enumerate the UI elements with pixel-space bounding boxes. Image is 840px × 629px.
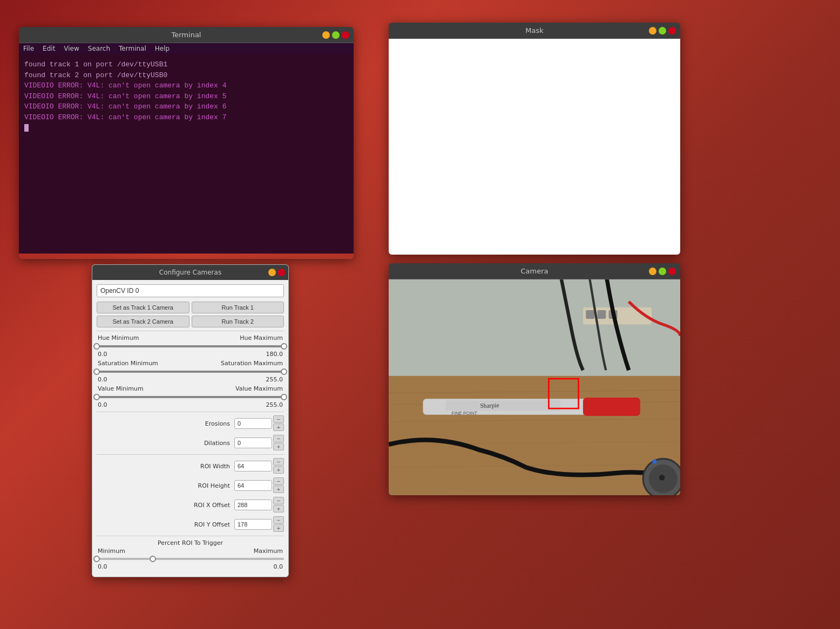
percent-roi-max-value: 0.0 <box>274 563 283 570</box>
terminal-line-1: found track 2 on port /dev/ttyUSB0 <box>24 70 348 81</box>
run-track2-button[interactable]: Run Track 2 <box>192 316 284 327</box>
menu-terminal[interactable]: Terminal <box>119 45 146 52</box>
percent-roi-slider-container[interactable] <box>97 555 284 563</box>
dilations-input[interactable] <box>234 437 272 448</box>
set-track2-camera-button[interactable]: Set as Track 2 Camera <box>97 316 189 327</box>
value-slider-right-thumb[interactable] <box>281 394 287 400</box>
divider-3 <box>97 454 284 455</box>
roi-width-plus-button[interactable]: + <box>273 466 284 474</box>
value-max-value: 255.0 <box>266 401 283 408</box>
hue-slider-right-thumb[interactable] <box>281 343 287 350</box>
value-slider-track <box>97 396 284 398</box>
terminal-line-4: VIDEOIO ERROR: V4L: can't open camera by… <box>24 101 348 112</box>
erosions-input[interactable] <box>234 418 272 429</box>
percent-roi-values: 0.0 0.0 <box>97 563 284 570</box>
menu-help[interactable]: Help <box>155 45 170 52</box>
svg-rect-13 <box>446 400 560 411</box>
percent-roi-slider-right-thumb[interactable] <box>150 556 156 562</box>
camera-scene: Sharpie FINE POINT <box>389 279 680 495</box>
roi-width-input[interactable] <box>234 461 272 471</box>
divider-4 <box>97 536 284 536</box>
roi-x-offset-minus-button[interactable]: − <box>273 497 284 504</box>
percent-roi-min-label: Minimum <box>98 548 125 555</box>
hue-slider-section: Hue Minimum Hue Maximum 0.0 180.0 <box>97 334 284 358</box>
terminal-line-0: found track 1 on port /dev/ttyUSB1 <box>24 59 348 70</box>
percent-roi-labels: Minimum Maximum <box>97 548 284 555</box>
roi-width-minus-button[interactable]: − <box>273 458 284 466</box>
terminal-line-2: VIDEOIO ERROR: V4L: can't open camera by… <box>24 80 348 91</box>
value-slider-container[interactable] <box>97 393 284 401</box>
config-close-button[interactable] <box>277 269 285 276</box>
dilations-minus-button[interactable]: − <box>273 435 284 442</box>
saturation-slider-right-thumb[interactable] <box>281 368 287 375</box>
roi-height-input[interactable] <box>234 480 272 491</box>
value-values: 0.0 255.0 <box>97 401 284 408</box>
svg-point-18 <box>659 475 665 481</box>
roi-height-minus-button[interactable]: − <box>273 477 284 485</box>
set-track1-camera-button[interactable]: Set as Track 1 Camera <box>97 302 189 313</box>
roi-x-offset-input[interactable] <box>234 500 272 510</box>
roi-width-spinbox-btns: − + <box>273 458 284 474</box>
mask-close-button[interactable] <box>668 27 676 35</box>
terminal-title: Terminal <box>172 31 201 39</box>
mask-maximize-button[interactable] <box>659 27 666 35</box>
hue-min-label: Hue Minimum <box>98 334 139 341</box>
menu-search[interactable]: Search <box>88 45 110 52</box>
dilations-label: Dilations <box>97 440 234 447</box>
mask-minimize-button[interactable] <box>649 27 656 35</box>
camera-close-button[interactable] <box>668 268 676 275</box>
value-slider-left-thumb[interactable] <box>93 394 100 400</box>
menu-file[interactable]: File <box>23 45 34 52</box>
camera-window-controls <box>649 268 676 275</box>
camera-minimize-button[interactable] <box>649 268 656 275</box>
svg-point-19 <box>652 459 656 463</box>
roi-height-row: ROI Height − + <box>97 477 284 494</box>
percent-roi-slider-track <box>97 558 284 560</box>
hue-slider-container[interactable] <box>97 342 284 351</box>
terminal-window: Terminal File Edit View Search Terminal … <box>19 27 354 259</box>
terminal-titlebar: Terminal <box>19 27 354 43</box>
terminal-window-controls <box>322 31 349 39</box>
mask-window: Mask <box>389 23 680 255</box>
erosions-minus-button[interactable]: − <box>273 415 284 423</box>
menu-edit[interactable]: Edit <box>43 45 55 52</box>
divider-1 <box>97 331 284 331</box>
percent-roi-min-value: 0.0 <box>98 563 107 570</box>
roi-y-offset-input[interactable] <box>234 519 272 530</box>
config-minimize-button[interactable] <box>268 269 276 276</box>
saturation-slider-left-thumb[interactable] <box>93 368 100 375</box>
roi-x-offset-plus-button[interactable]: + <box>273 505 284 512</box>
roi-y-offset-plus-button[interactable]: + <box>273 524 284 532</box>
percent-roi-slider-left-thumb[interactable] <box>93 556 100 562</box>
dilations-plus-button[interactable]: + <box>273 443 284 450</box>
opencv-id-row: OpenCV ID 0 OpenCV ID 1 OpenCV ID 2 <box>97 284 284 297</box>
roi-width-label: ROI Width <box>97 463 234 470</box>
roi-height-label: ROI Height <box>97 482 234 489</box>
opencv-id-dropdown[interactable]: OpenCV ID 0 OpenCV ID 1 OpenCV ID 2 <box>97 284 284 297</box>
menu-view[interactable]: View <box>64 45 79 52</box>
config-window: Configure Cameras OpenCV ID 0 OpenCV ID … <box>92 264 289 577</box>
value-min-value: 0.0 <box>98 401 107 408</box>
saturation-slider-container[interactable] <box>97 367 284 376</box>
divider-2 <box>97 412 284 412</box>
close-button[interactable] <box>342 31 349 39</box>
roi-x-offset-row: ROI X Offset − + <box>97 497 284 513</box>
camera-titlebar: Camera <box>389 263 680 279</box>
camera-maximize-button[interactable] <box>659 268 666 275</box>
config-title: Configure Cameras <box>159 269 221 276</box>
saturation-max-value: 255.0 <box>266 376 283 383</box>
maximize-button[interactable] <box>332 31 340 39</box>
hue-max-value: 180.0 <box>266 351 283 358</box>
hue-slider-left-thumb[interactable] <box>93 343 100 350</box>
config-window-controls <box>268 269 285 276</box>
erosions-label: Erosions <box>97 420 234 427</box>
roi-y-offset-minus-button[interactable]: − <box>273 516 284 524</box>
roi-x-offset-label: ROI X Offset <box>97 502 234 509</box>
run-track1-button[interactable]: Run Track 1 <box>192 302 284 313</box>
minimize-button[interactable] <box>322 31 330 39</box>
roi-width-row: ROI Width − + <box>97 458 284 474</box>
erosions-plus-button[interactable]: + <box>273 423 284 431</box>
roi-height-plus-button[interactable]: + <box>273 486 284 493</box>
percent-roi-max-label: Maximum <box>254 548 283 555</box>
svg-text:Sharpie: Sharpie <box>480 402 499 409</box>
